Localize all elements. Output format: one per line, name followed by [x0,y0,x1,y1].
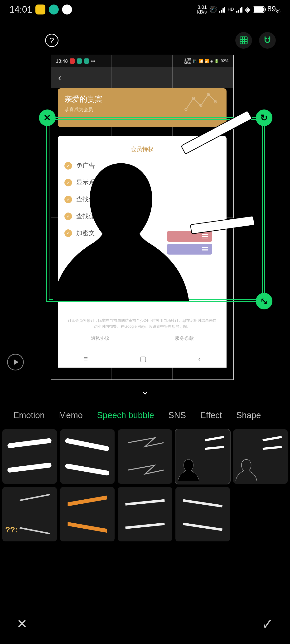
delete-handle[interactable]: ✕ [39,110,56,126]
clock: 14:01 [10,4,32,15]
battery-percent: 89% [267,4,280,14]
tab-emotion[interactable]: Emotion [13,410,45,420]
svg-line-23 [20,495,50,500]
play-button[interactable] [7,354,24,370]
magnet-toggle-button[interactable] [259,32,276,49]
svg-line-18 [68,466,107,473]
svg-line-15 [10,441,49,446]
sticker-lines-thin-1[interactable] [118,487,172,542]
app-icon-3 [62,4,72,14]
svg-line-22 [263,447,282,449]
tab-effect[interactable]: Effect [200,410,222,420]
svg-line-27 [126,500,165,504]
grid-icon [239,36,248,45]
tab-memo[interactable]: Memo [59,410,83,420]
sticker-lines-orange[interactable] [60,487,115,542]
svg-line-16 [10,465,49,470]
play-icon [14,359,19,365]
inner-nav-bar: ≡▢‹ [58,354,226,363]
svg-line-17 [68,441,107,449]
svg-rect-0 [240,37,247,44]
sticker-lines-white-1[interactable] [3,429,57,484]
canvas[interactable]: 13:48 ••• 2.30KB/s 📳 📶 📶 ◈ 🔋 92% ‹ 亲爱的贵宾… [51,54,234,380]
grid-toggle-button[interactable] [235,32,252,49]
inner-topbar: ‹ [51,67,233,88]
sticker-lines-thin-2[interactable] [175,487,230,542]
sticker-silhouette-dark[interactable] [175,429,230,484]
inner-app-icon-3 [84,58,89,64]
battery-icon [253,6,265,12]
svg-line-20 [205,447,224,449]
app-icon-2 [49,4,59,14]
sticker-silhouette-outline[interactable] [233,429,288,484]
app-icon-1 [36,4,45,14]
inner-app-icon-2 [77,58,82,64]
svg-line-21 [263,437,282,440]
tab-sns[interactable]: SNS [168,410,186,420]
phone-status-bar: 14:01 8.01 KB/s 📳 HD ◈ 89% [0,0,290,19]
help-icon: ? [50,36,54,45]
svg-line-30 [183,524,222,530]
resize-handle[interactable]: ⤡ [256,293,272,310]
inner-back-icon: ‹ [58,72,61,83]
signal-2-icon [236,6,242,12]
svg-line-28 [126,524,165,528]
sticker-selection-box[interactable]: ✕ ↻ ⤡ [46,117,265,302]
collapse-panel-button[interactable]: ⌄ [141,385,150,397]
sticker-category-tabs: 有 Emotion Memo Speech bubble SNS Effect … [0,410,290,421]
status-left: 14:01 [10,4,72,15]
confirm-button[interactable]: ✓ [261,616,273,632]
check-icon: ✓ [261,616,273,632]
inner-status-bar: 13:48 ••• 2.30KB/s 📳 📶 📶 ◈ 🔋 92% [51,55,233,67]
hd-label: HD [228,7,234,12]
question-marks: ??: [5,525,18,534]
net-speed: 8.01 KB/s [197,5,207,14]
svg-marker-25 [68,496,107,506]
tab-speech-bubble[interactable]: Speech bubble [97,410,154,420]
inner-footer-links: 隐私协议 服务条款 [58,335,226,342]
sticker-lightning-outline[interactable] [118,429,172,484]
sticker-grid: ??: [3,429,288,542]
rotate-icon: ↻ [260,112,268,123]
signal-1-icon [219,6,225,12]
rotate-handle[interactable]: ↻ [256,110,272,126]
svg-line-24 [20,528,50,534]
bottom-action-bar: ✕ ✓ [0,604,290,644]
tab-shape[interactable]: Shape [236,410,261,420]
inner-footer-note: 订阅会员将修订，除非在当前周期结束前至少24小时关闭自动续订。您在启用时结果来自… [67,318,217,330]
close-icon: ✕ [44,112,51,123]
magnet-icon [263,36,272,45]
silhouette-sticker[interactable] [52,154,190,301]
chevron-down-icon: ⌄ [141,385,150,396]
cancel-button[interactable]: ✕ [17,616,27,632]
svg-marker-26 [68,522,107,533]
resize-icon: ⤡ [260,296,268,306]
svg-line-29 [183,500,222,506]
inner-app-icon-1 [70,58,75,64]
help-button[interactable]: ? [45,34,59,47]
close-icon: ✕ [17,617,27,631]
wifi-icon: ◈ [245,5,250,14]
sticker-lines-white-2[interactable] [60,429,115,484]
editor-toolbar: ? [0,31,290,50]
sticker-lines-question[interactable]: ??: [3,487,57,542]
inner-clock: 13:48 [56,58,68,64]
svg-line-19 [205,437,224,440]
vibrate-icon: 📳 [209,6,217,13]
status-right: 8.01 KB/s 📳 HD ◈ 89% [197,4,280,14]
